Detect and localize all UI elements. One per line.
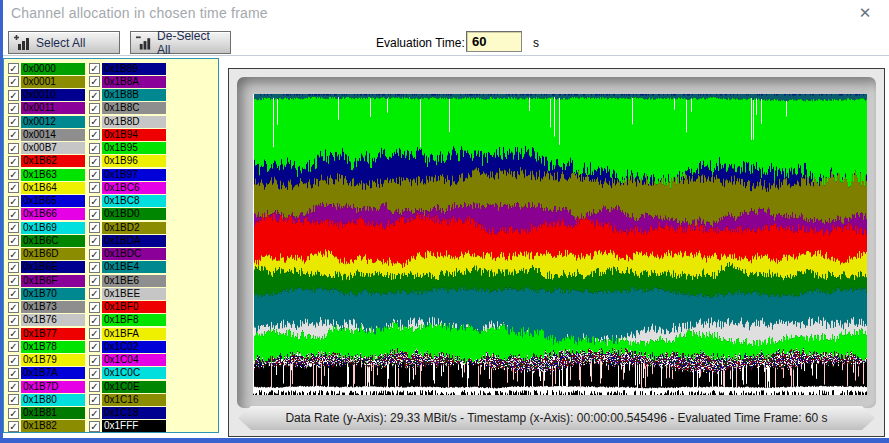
channel-label: 0x1BFA bbox=[102, 328, 166, 340]
deselect-all-button[interactable]: De-Select All bbox=[130, 31, 231, 54]
channel-row: ✓0x00B7 bbox=[8, 142, 85, 155]
channel-label: 0x1B79 bbox=[21, 354, 85, 366]
channel-label: 0x1B66 bbox=[21, 208, 85, 220]
channel-checkbox[interactable]: ✓ bbox=[89, 315, 100, 326]
channel-row: ✓0x1B80 bbox=[8, 393, 85, 406]
channel-checkbox[interactable]: ✓ bbox=[8, 408, 19, 419]
channel-checkbox[interactable]: ✓ bbox=[89, 143, 100, 154]
channel-checkbox[interactable]: ✓ bbox=[89, 421, 100, 432]
channel-checkbox[interactable]: ✓ bbox=[8, 288, 19, 299]
channel-label: 0x1B76 bbox=[21, 314, 85, 326]
evaluation-time-label: Evaluation Time: bbox=[376, 36, 465, 50]
channel-checkbox[interactable]: ✓ bbox=[89, 302, 100, 313]
channel-checkbox[interactable]: ✓ bbox=[8, 156, 19, 167]
channel-row: ✓0x1B63 bbox=[8, 168, 85, 181]
channel-label: 0x1BEE bbox=[102, 288, 166, 300]
channel-row: ✓0x1B97 bbox=[89, 168, 166, 181]
channel-checkbox[interactable]: ✓ bbox=[89, 63, 100, 74]
channel-label: 0x1B8B bbox=[102, 89, 166, 101]
channel-checkbox[interactable]: ✓ bbox=[89, 355, 100, 366]
channel-row: ✓0x1B66 bbox=[8, 208, 85, 221]
channel-checkbox[interactable]: ✓ bbox=[8, 209, 19, 220]
channel-checkbox[interactable]: ✓ bbox=[89, 156, 100, 167]
channel-checkbox[interactable]: ✓ bbox=[89, 116, 100, 127]
evaluation-time-input[interactable] bbox=[466, 31, 522, 52]
channel-checkbox[interactable]: ✓ bbox=[89, 288, 100, 299]
channel-checkbox[interactable]: ✓ bbox=[89, 408, 100, 419]
channel-row: ✓0x1B64 bbox=[8, 181, 85, 194]
channel-checkbox[interactable]: ✓ bbox=[8, 328, 19, 339]
channel-row: ✓0x1B95 bbox=[89, 142, 166, 155]
channel-checkbox[interactable]: ✓ bbox=[8, 315, 19, 326]
channel-checkbox[interactable]: ✓ bbox=[89, 196, 100, 207]
channel-checkbox[interactable]: ✓ bbox=[89, 103, 100, 114]
channel-checkbox[interactable]: ✓ bbox=[89, 275, 100, 286]
channel-label: 0x1B62 bbox=[21, 155, 85, 167]
channel-row: ✓0x1BE4 bbox=[89, 261, 166, 274]
channel-checkbox[interactable]: ✓ bbox=[89, 381, 100, 392]
channel-checkbox[interactable]: ✓ bbox=[89, 262, 100, 273]
channel-label: 0x1B6C bbox=[21, 235, 85, 247]
channel-label: 0x1B69 bbox=[21, 222, 85, 234]
close-icon[interactable]: ✕ bbox=[855, 3, 875, 23]
channel-checkbox[interactable]: ✓ bbox=[8, 394, 19, 405]
channel-checkbox[interactable]: ✓ bbox=[89, 90, 100, 101]
channel-checkbox[interactable]: ✓ bbox=[89, 235, 100, 246]
channel-label: 0x1B6D bbox=[21, 248, 85, 260]
channel-label: 0x1B6E bbox=[21, 261, 85, 273]
channel-checkbox[interactable]: ✓ bbox=[8, 275, 19, 286]
select-all-button[interactable]: Select All bbox=[8, 31, 120, 54]
channel-checkbox[interactable]: ✓ bbox=[89, 209, 100, 220]
channel-row: ✓0x1B69 bbox=[8, 221, 85, 234]
channel-row: ✓0x1B6C bbox=[8, 234, 85, 247]
channel-row: ✓0x1B6D bbox=[8, 248, 85, 261]
channel-checkbox[interactable]: ✓ bbox=[89, 76, 100, 87]
channel-checkbox[interactable]: ✓ bbox=[89, 222, 100, 233]
channel-checkbox[interactable]: ✓ bbox=[8, 355, 19, 366]
channel-label: 0x1B65 bbox=[21, 195, 85, 207]
channel-label: 0x1B8C bbox=[102, 102, 166, 114]
channel-label: 0x0014 bbox=[21, 129, 85, 141]
channel-checkbox[interactable]: ✓ bbox=[89, 394, 100, 405]
title-bar: Channel allocation in chosen time frame … bbox=[3, 0, 889, 27]
plot-frame bbox=[237, 77, 876, 408]
channel-checkbox[interactable]: ✓ bbox=[8, 76, 19, 87]
channel-column-1: ✓0x0000✓0x0001✓0x0010✓0x0011✓0x0012✓0x00… bbox=[8, 62, 85, 433]
channel-checkbox[interactable]: ✓ bbox=[8, 182, 19, 193]
channel-checkbox[interactable]: ✓ bbox=[8, 103, 19, 114]
channel-checkbox[interactable]: ✓ bbox=[89, 328, 100, 339]
channel-label: 0x1BF8 bbox=[102, 314, 166, 326]
channel-checkbox[interactable]: ✓ bbox=[8, 302, 19, 313]
channel-checkbox[interactable]: ✓ bbox=[8, 196, 19, 207]
channel-checkbox[interactable]: ✓ bbox=[89, 368, 100, 379]
channel-checkbox[interactable]: ✓ bbox=[8, 90, 19, 101]
channel-row: ✓0x0001 bbox=[8, 75, 85, 88]
channel-checkbox[interactable]: ✓ bbox=[8, 368, 19, 379]
channel-checkbox[interactable]: ✓ bbox=[89, 341, 100, 352]
toolbar-divider bbox=[3, 55, 889, 56]
channel-checkbox[interactable]: ✓ bbox=[89, 249, 100, 260]
channel-checkbox[interactable]: ✓ bbox=[8, 249, 19, 260]
channel-checkbox[interactable]: ✓ bbox=[8, 262, 19, 273]
channel-label: 0x1BC6 bbox=[102, 182, 166, 194]
channel-checkbox[interactable]: ✓ bbox=[89, 169, 100, 180]
channel-checkbox[interactable]: ✓ bbox=[8, 222, 19, 233]
channel-label: 0x1B8D bbox=[102, 116, 166, 128]
channel-label: 0x0001 bbox=[21, 76, 85, 88]
channel-column-2: ✓0x1B89✓0x1B8A✓0x1B8B✓0x1B8C✓0x1B8D✓0x1B… bbox=[89, 62, 166, 433]
channel-checkbox[interactable]: ✓ bbox=[8, 63, 19, 74]
channel-checkbox[interactable]: ✓ bbox=[8, 129, 19, 140]
channel-checkbox[interactable]: ✓ bbox=[8, 421, 19, 432]
channel-checkbox[interactable]: ✓ bbox=[89, 129, 100, 140]
channel-checkbox[interactable]: ✓ bbox=[8, 341, 19, 352]
channel-checkbox[interactable]: ✓ bbox=[8, 143, 19, 154]
channel-label: 0x1B63 bbox=[21, 169, 85, 181]
channel-checkbox[interactable]: ✓ bbox=[8, 116, 19, 127]
channel-checkbox[interactable]: ✓ bbox=[8, 169, 19, 180]
channel-checkbox[interactable]: ✓ bbox=[8, 381, 19, 392]
channel-checkbox[interactable]: ✓ bbox=[8, 235, 19, 246]
channel-label: 0x1B6F bbox=[21, 275, 85, 287]
channel-label: 0x1B95 bbox=[102, 142, 166, 154]
channel-checkbox[interactable]: ✓ bbox=[89, 182, 100, 193]
channel-row: ✓0x0014 bbox=[8, 128, 85, 141]
